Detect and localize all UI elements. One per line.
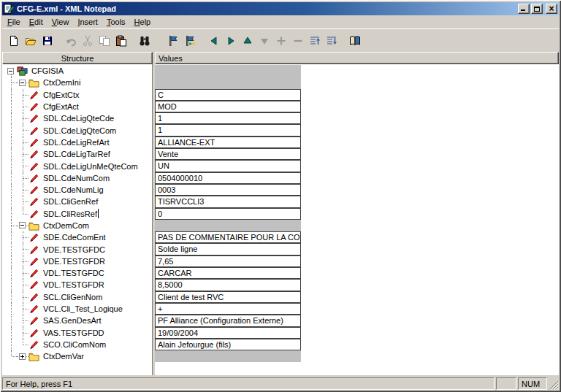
- statusbar: For Help, press F1 NUM: [2, 375, 559, 390]
- value-cell-vde-testgfdc[interactable]: Solde ligne: [155, 243, 301, 255]
- value-cell-vde-testgfdr[interactable]: 7,65: [155, 255, 301, 267]
- menubar: FileEditViewInsertToolsHelp: [2, 15, 559, 28]
- status-blank-panel: [496, 377, 516, 390]
- menu-edit[interactable]: Edit: [25, 16, 47, 28]
- value-cell-sdl-cdeligunmeqtecom[interactable]: UN: [155, 160, 301, 172]
- value-cell-sdl-cdenumlig[interactable]: 0003: [155, 184, 301, 196]
- folder-icon: [28, 350, 40, 362]
- tree-item-vdl-testgfdc[interactable]: VDL.TESTGFDC: [5, 267, 152, 279]
- value-cell-scl-cligennom[interactable]: Client de test RVC: [155, 291, 301, 303]
- tree-item-cfgextact[interactable]: CfgExtAct: [5, 101, 152, 112]
- folder-icon: [28, 77, 40, 88]
- tree-item-ctxdemcom[interactable]: CtxDemCom: [5, 220, 152, 231]
- insert-element-button[interactable]: [165, 33, 182, 49]
- value-cell-vcl-cli-test-logique[interactable]: +: [155, 303, 301, 315]
- value-cell-sas-gendesart[interactable]: PF Alliance (Configuration Externe): [155, 315, 301, 326]
- value-cell-sdl-cdenumcom[interactable]: 0504000010: [155, 172, 301, 184]
- menu-help[interactable]: Help: [130, 16, 156, 28]
- close-button[interactable]: ×: [546, 4, 557, 14]
- tree-label: VDE.TESTGFDC: [42, 245, 106, 254]
- new-document-button[interactable]: [5, 33, 22, 49]
- tree-item-sde-cdecoment[interactable]: SDE.CdeComEnt: [5, 231, 152, 243]
- value-cell-cfgextctx[interactable]: C: [155, 89, 301, 101]
- structure-header: Structure: [2, 52, 153, 64]
- tree-item-sdl-cdeligqtecde[interactable]: SDL.CdeLigQteCde: [5, 112, 152, 124]
- open-file-button[interactable]: [22, 33, 39, 49]
- insert-element-icon: [168, 35, 180, 47]
- value-cell-sdl-cdeligqtecom[interactable]: 1: [155, 124, 301, 136]
- demote-button[interactable]: [323, 33, 340, 49]
- leaf-node-icon: [28, 148, 40, 160]
- tree-label: SDL.CdeLigQteCde: [42, 114, 115, 123]
- nav-right-button[interactable]: [222, 33, 239, 49]
- menu-tools[interactable]: Tools: [102, 16, 130, 28]
- paste-button[interactable]: [112, 33, 129, 49]
- tree-item-vdl-testgfdr[interactable]: VDL.TESTGFDR: [5, 279, 152, 291]
- tree-label: CFGISIA: [31, 66, 64, 75]
- insert-attribute-button[interactable]: [182, 33, 199, 49]
- value-element-row: [155, 350, 301, 362]
- folder-icon: [28, 220, 40, 231]
- collapse-icon[interactable]: [19, 80, 26, 86]
- tree-item-sdl-cligenref[interactable]: SDL.CliGenRef: [5, 196, 152, 207]
- tree-item-vas-testgfdd[interactable]: VAS.TESTGFDD: [5, 327, 152, 339]
- maximize-button[interactable]: [531, 4, 543, 14]
- tree-item-scl-cligennom[interactable]: SCL.CliGenNom: [5, 291, 152, 303]
- promote-button[interactable]: [306, 33, 323, 49]
- tree-item-sdl-cdeligqtecom[interactable]: SDL.CdeLigQteCom: [5, 124, 152, 136]
- leaf-node-icon: [28, 101, 40, 112]
- tree-label: SCL.CliGenNom: [42, 293, 103, 301]
- collapse-icon[interactable]: [7, 68, 14, 74]
- tree-item-sdl-cdeligunmeqtecom[interactable]: SDL.CdeLigUnMeQteCom: [5, 160, 152, 172]
- tree-item-sas-gendesart[interactable]: SAS.GenDesArt: [5, 315, 152, 326]
- tree-item-sdl-cdeligrefart[interactable]: SDL.CdeLigRefArt: [5, 137, 152, 148]
- value-cell-cfgextact[interactable]: MOD: [155, 101, 301, 112]
- toolbar-separator: [340, 33, 346, 49]
- tree-item-sdl-cdenumlig[interactable]: SDL.CdeNumLig: [5, 184, 152, 196]
- value-cell-sdl-cdeligqtecde[interactable]: 1: [155, 112, 301, 124]
- menu-file[interactable]: File: [3, 16, 25, 28]
- value-cell-sdl-cliresref[interactable]: 0: [155, 208, 301, 220]
- expand-icon[interactable]: [19, 353, 26, 360]
- leaf-node-icon: [28, 279, 40, 291]
- tree-label: SCO.CliComNom: [42, 340, 107, 349]
- value-cell-vdl-testgfdc[interactable]: CARCAR: [155, 267, 301, 279]
- tree-item-ctxdemvar[interactable]: CtxDemVar: [5, 350, 152, 362]
- tree-item-cfgisia[interactable]: CFGISIA: [5, 65, 152, 77]
- minimize-button[interactable]: [518, 4, 530, 14]
- value-cell-sdl-cdeligtarref[interactable]: Vente: [155, 148, 301, 160]
- tree-item-sdl-cdeligtarref[interactable]: SDL.CdeLigTarRef: [5, 148, 152, 160]
- resize-grip[interactable]: [549, 377, 559, 390]
- tree-label: SDL.CdeLigRefArt: [42, 138, 110, 147]
- values-header: Values: [155, 52, 559, 64]
- leaf-node-icon: [28, 196, 40, 207]
- value-cell-sdl-cligenref[interactable]: TISRVCCLI3: [155, 196, 301, 207]
- tree-item-ctxdemini[interactable]: CtxDemIni: [5, 77, 152, 88]
- toolbar-separator: [153, 33, 165, 49]
- value-cell-sdl-cdeligrefart[interactable]: ALLIANCE-EXT: [155, 137, 301, 148]
- tree-item-cfgextctx[interactable]: CfgExtCtx: [5, 89, 152, 101]
- tree-item-sdl-cliresref[interactable]: SDL.CliResRef: [5, 208, 152, 220]
- tree-item-vcl-cli-test-logique[interactable]: VCL.Cli_Test_Logique: [5, 303, 152, 315]
- help-button[interactable]: [346, 33, 363, 49]
- nav-up-button[interactable]: [239, 33, 256, 49]
- tree-item-vde-testgfdr[interactable]: VDE.TESTGFDR: [5, 255, 152, 267]
- save-icon: [42, 35, 53, 47]
- tree-item-sdl-cdenumcom[interactable]: SDL.CdeNumCom: [5, 172, 152, 184]
- structure-pane: Structure CFGISIACtxDemIniCfgExtCtxCfgEx…: [2, 52, 153, 375]
- value-cell-sde-cdecoment[interactable]: PAS DE COMMENTAIRE POUR LA CO...: [155, 231, 301, 243]
- minimize-icon: [521, 9, 525, 11]
- nav-left-button[interactable]: [205, 33, 222, 49]
- find-button[interactable]: [136, 33, 153, 49]
- collapse-icon[interactable]: [19, 222, 26, 228]
- value-cell-sco-clicomnom[interactable]: Alain Jefourgue (fils): [155, 339, 301, 350]
- tree-item-sco-clicomnom[interactable]: SCO.CliComNom: [5, 339, 152, 350]
- value-cell-vdl-testgfdr[interactable]: 8,5000: [155, 279, 301, 291]
- value-cell-vas-testgfdd[interactable]: 19/09/2004: [155, 327, 301, 339]
- menu-view[interactable]: View: [47, 16, 74, 28]
- window-title: CFG-E.xml - XML Notepad: [15, 4, 516, 13]
- tree-item-vde-testgfdc[interactable]: VDE.TESTGFDC: [5, 243, 152, 255]
- save-button[interactable]: [39, 33, 56, 49]
- undo-icon: [65, 35, 77, 47]
- menu-insert[interactable]: Insert: [73, 16, 102, 28]
